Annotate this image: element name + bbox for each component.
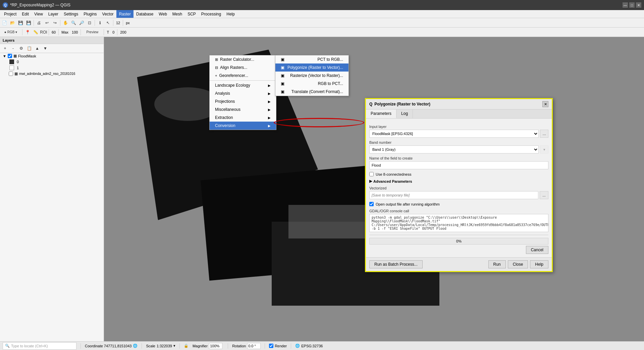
close-button[interactable]: ✕ (636, 2, 641, 8)
menu-pct-to-rgb[interactable]: ▣ PCT to RGB... (275, 55, 348, 63)
open-attr-btn[interactable]: 📋 (25, 45, 33, 52)
map-canvas[interactable]: ⊞Raster Calculator... ⊟Align Rasters... … (104, 37, 644, 341)
open-project-btn[interactable]: 📂 (9, 19, 16, 27)
pan-btn[interactable]: ✋ (62, 19, 69, 27)
status-sep-6 (291, 343, 291, 349)
preview-btn[interactable]: Preview (82, 29, 102, 36)
menu-edit[interactable]: Edit (19, 10, 32, 18)
batch-process-btn[interactable]: Run as Batch Process... (369, 260, 423, 268)
crs-section: 🌐 EPSG:32736 (295, 344, 323, 348)
menu-miscellaneous[interactable]: Miscellaneous ▶ (210, 105, 276, 114)
add-layer-btn[interactable]: + (1, 45, 9, 52)
cancel-btn[interactable]: Cancel (526, 246, 548, 254)
menu-rasterize[interactable]: ▣ Rasterize (Vector to Raster)... (275, 72, 348, 80)
status-sep-4 (228, 343, 228, 349)
layer-admbnda-checkbox[interactable] (9, 72, 13, 76)
menu-view[interactable]: View (32, 10, 46, 18)
dialog-scrollable[interactable]: Input layer FloodMask [EPSG:4326] … Band… (369, 122, 548, 232)
menu-vector[interactable]: Vector (100, 10, 116, 18)
maximize-button[interactable]: □ (629, 2, 635, 8)
zoom-full-btn[interactable]: ⊡ (86, 19, 93, 27)
rgb-btn[interactable]: ● RGB ▾ (1, 29, 21, 36)
layer-admbnda[interactable]: ▦ mwi_admbnda_adm2_nso_20181016 (0, 71, 104, 77)
menu-scp[interactable]: SCP (185, 10, 199, 18)
identify-btn[interactable]: ℹ (96, 19, 104, 27)
remove-layer-btn[interactable]: - (9, 45, 17, 52)
minimize-button[interactable]: — (623, 2, 628, 8)
locate-bar[interactable]: 🔍 Type to locate (Ctrl+K) (3, 342, 76, 350)
rotation-section: Rotation (232, 343, 261, 349)
menu-align-rasters[interactable]: ⊟Align Rasters... (210, 63, 276, 72)
dialog-close-button[interactable]: ✕ (542, 101, 548, 107)
rotation-input[interactable] (247, 343, 261, 349)
zoom-in-btn[interactable]: 🔍 (70, 19, 77, 27)
toolbar-2: ● RGB ▾ 📍 📏 ROI 60 Max 100 Preview T 0 2… (0, 28, 644, 37)
use-8-connectedness-checkbox[interactable] (369, 172, 374, 176)
menu-polygonize[interactable]: ▣ Polygonize (Raster to Vector)... (275, 63, 348, 72)
vectorized-input[interactable] (369, 191, 538, 199)
layer-down-btn[interactable]: ▼ (42, 45, 49, 52)
layer-up-btn[interactable]: ▲ (34, 45, 41, 52)
t-label: T (105, 30, 110, 34)
app-logo: Q (3, 2, 8, 8)
location-btn[interactable]: 📍 (24, 29, 31, 36)
advanced-parameters-section[interactable]: ▶ Advanced Parameters (369, 179, 548, 183)
align-rasters-label: Align Rasters... (220, 65, 247, 70)
menu-settings[interactable]: Settings (61, 10, 81, 18)
menu-raster[interactable]: Raster (116, 10, 133, 18)
menu-raster-calculator[interactable]: ⊞Raster Calculator... (210, 55, 276, 63)
new-project-btn[interactable]: 📄 (1, 19, 8, 27)
field-name-input[interactable] (369, 161, 548, 169)
scale-dropdown-icon[interactable]: ▾ (173, 344, 175, 348)
measure-btn[interactable]: 📏 (32, 29, 39, 36)
filter-layer-btn[interactable]: ⚙ (17, 45, 25, 52)
save-as-btn[interactable]: 💾 (25, 19, 32, 27)
menu-extraction[interactable]: Extraction ▶ (210, 114, 276, 122)
vectorized-browse-btn[interactable]: … (540, 191, 548, 199)
menu-help[interactable]: Help (224, 10, 237, 18)
help-btn[interactable]: Help (530, 260, 548, 268)
polygonize-label: Polygonize (Raster to Vector)... (287, 65, 343, 70)
layer-name: FloodMask (18, 54, 36, 58)
print-btn[interactable]: 🖨 (35, 19, 43, 27)
menu-projections[interactable]: Projections ▶ (210, 97, 276, 105)
app-title: *RP_ExposureMapping2 — QGIS (10, 3, 70, 7)
band-number-select[interactable]: Band 1 (Gray) (369, 145, 539, 154)
menu-web[interactable]: Web (156, 10, 169, 18)
status-sep-5 (265, 343, 265, 349)
menu-processing[interactable]: Processing (199, 10, 224, 18)
menu-database[interactable]: Database (133, 10, 156, 18)
input-layer-select[interactable]: FloodMask [EPSG:4326] (369, 130, 539, 138)
layer-value-1-label: 1 (17, 66, 19, 70)
select-btn[interactable]: ↖ (104, 19, 112, 27)
close-dialog-btn[interactable]: Close (508, 260, 528, 268)
input-layer-browse-btn[interactable]: … (540, 130, 548, 138)
menu-mesh[interactable]: Mesh (170, 10, 185, 18)
menu-plugins[interactable]: Plugins (81, 10, 99, 18)
magnifier-input[interactable] (209, 343, 222, 349)
layer-visibility-checkbox[interactable] (8, 54, 12, 58)
layer-floodmask[interactable]: ▼ ▦ FloodMask (0, 53, 104, 59)
layer-value-0: 0 (0, 59, 104, 65)
band-browse-btn[interactable]: ▾ (540, 145, 548, 154)
zoom-out-btn[interactable]: 🔎 (78, 19, 85, 27)
menu-project[interactable]: Project (1, 10, 19, 18)
redo-btn[interactable]: ↪ (51, 19, 59, 27)
menu-rgb-to-pct[interactable]: ▣ RGB to PCT... (275, 80, 348, 88)
toolbar-sep-8 (58, 29, 59, 35)
render-checkbox[interactable] (269, 344, 273, 348)
menu-translate[interactable]: ▣ Translate (Convert Format)... (275, 88, 348, 96)
menu-landscape-ecology[interactable]: Landscape Ecology ▶ (210, 81, 276, 89)
menu-analysis[interactable]: Analysis ▶ (210, 89, 276, 97)
undo-btn[interactable]: ↩ (43, 19, 51, 27)
tab-parameters[interactable]: Parameters (366, 110, 396, 118)
menu-layer[interactable]: Layer (46, 10, 61, 18)
open-output-checkbox[interactable] (369, 202, 374, 206)
roi-btn[interactable]: ROI (40, 29, 47, 36)
tab-log[interactable]: Log (396, 110, 413, 118)
menu-conversion[interactable]: Conversion ▶ (210, 122, 276, 130)
lock-icon: 🔒 (184, 344, 189, 348)
run-btn[interactable]: Run (488, 260, 506, 268)
menu-georeferencer[interactable]: +Georeferencer... (210, 72, 276, 80)
save-project-btn[interactable]: 💾 (17, 19, 24, 27)
